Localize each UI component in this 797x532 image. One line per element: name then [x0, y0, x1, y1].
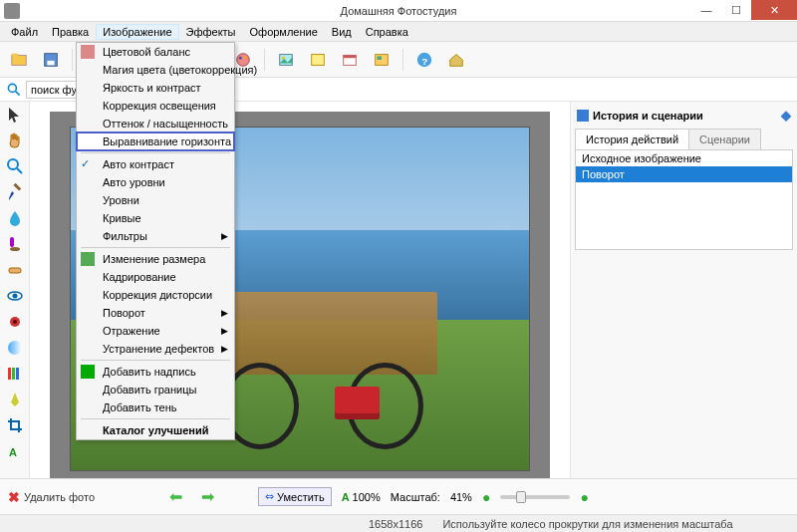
calendar-button[interactable] — [337, 47, 363, 73]
crop-tool[interactable] — [6, 416, 24, 434]
svg-rect-32 — [8, 368, 11, 380]
collage-button[interactable] — [369, 47, 395, 73]
svg-rect-16 — [378, 56, 383, 60]
menu-item[interactable]: Коррекция дисторсии — [77, 286, 234, 304]
history-item[interactable]: Исходное изображение — [576, 150, 792, 166]
menu-item[interactable]: Уровни — [77, 191, 234, 209]
svg-rect-12 — [312, 54, 325, 65]
menubar: ФайлПравкаИзображениеЭффектыОформлениеВи… — [0, 22, 797, 42]
svg-text:A: A — [9, 446, 17, 458]
sharpen-tool[interactable] — [6, 391, 24, 408]
hand-tool[interactable] — [6, 132, 24, 149]
svg-point-30 — [13, 320, 17, 324]
menu-item[interactable]: ✓Авто контраст — [77, 155, 234, 173]
gradient-tool[interactable] — [6, 365, 24, 383]
save-button[interactable] — [38, 47, 64, 73]
menu-item[interactable]: Каталог улучшений — [77, 421, 234, 439]
svg-point-19 — [8, 84, 16, 92]
collapse-icon[interactable]: ◆ — [781, 108, 791, 123]
menu-item[interactable]: Фильтры▶ — [77, 227, 234, 245]
panel-header: История и сценарии ◆ — [575, 106, 793, 129]
menu-item[interactable]: Коррекция освещения — [77, 97, 234, 115]
menu-файл[interactable]: Файл — [4, 24, 45, 40]
menu-item[interactable]: Добавить границы — [77, 381, 234, 399]
menu-item[interactable]: Добавить надпись — [77, 363, 234, 381]
tool-sidebar: A — [0, 102, 30, 496]
zoom-tool[interactable] — [6, 157, 24, 175]
menu-item[interactable]: Выравнивание горизонта — [77, 133, 234, 150]
history-item[interactable]: Поворот — [576, 166, 792, 182]
menu-item[interactable]: Добавить тень — [77, 399, 234, 416]
minimize-button[interactable]: — — [691, 0, 721, 20]
home-button[interactable] — [443, 47, 469, 73]
close-button[interactable]: ✕ — [751, 0, 797, 20]
menu-изображение[interactable]: Изображение — [96, 24, 178, 40]
menu-эффекты[interactable]: Эффекты — [179, 24, 243, 40]
menu-item[interactable]: Магия цвета (цветокоррекция) — [77, 61, 234, 79]
menu-item[interactable]: Цветовой баланс — [77, 43, 234, 61]
open-button[interactable] — [6, 47, 32, 73]
tab-scenarios[interactable]: Сценарии — [688, 129, 761, 149]
delete-photo-button[interactable]: ✖ Удалить фото — [8, 489, 95, 505]
next-button[interactable]: ➡ — [196, 486, 218, 508]
svg-point-21 — [8, 159, 18, 169]
menu-оформление[interactable]: Оформление — [243, 24, 325, 40]
panel-icon — [577, 110, 589, 122]
menu-item[interactable]: Отражение▶ — [77, 322, 234, 340]
help-button[interactable]: ? — [411, 47, 437, 73]
svg-rect-23 — [13, 183, 21, 191]
svg-text:?: ? — [421, 55, 427, 66]
eye-tool[interactable] — [6, 287, 24, 305]
levels-tool[interactable] — [6, 339, 24, 357]
frame-button[interactable] — [305, 47, 331, 73]
panel-title: История и сценарии — [593, 110, 703, 122]
menu-правка[interactable]: Правка — [45, 24, 96, 40]
svg-rect-26 — [9, 268, 21, 273]
svg-rect-24 — [10, 237, 14, 247]
maximize-button[interactable]: ☐ — [721, 0, 751, 20]
menu-item[interactable]: Изменение размера — [77, 250, 234, 268]
zoom-out-button[interactable]: ● — [482, 489, 490, 505]
svg-rect-3 — [47, 60, 54, 65]
image-button[interactable] — [273, 47, 299, 73]
menu-item[interactable]: Оттенок / насыщенность — [77, 115, 234, 133]
zoom-in-button[interactable]: ● — [580, 489, 588, 505]
zoom-slider[interactable] — [500, 495, 570, 499]
heal-tool[interactable] — [6, 261, 24, 279]
svg-rect-0 — [12, 55, 26, 65]
menu-item[interactable]: Поворот▶ — [77, 304, 234, 322]
clone-tool[interactable] — [6, 235, 24, 253]
svg-point-28 — [12, 294, 17, 299]
menu-справка[interactable]: Справка — [359, 24, 415, 40]
redeye-tool[interactable] — [6, 313, 24, 331]
prev-button[interactable]: ⬅ — [164, 486, 186, 508]
right-panel: История и сценарии ◆ История действий Сц… — [570, 102, 797, 496]
fit-button[interactable]: ⇔Уместить — [258, 487, 332, 506]
svg-point-25 — [10, 247, 20, 251]
menu-item[interactable]: Кривые — [77, 209, 234, 227]
svg-line-20 — [16, 91, 20, 95]
menu-item[interactable]: Устранение дефектов▶ — [77, 340, 234, 358]
svg-rect-14 — [344, 55, 357, 58]
tab-history[interactable]: История действий — [575, 129, 689, 149]
svg-line-22 — [17, 168, 22, 173]
zoom-100-button[interactable]: A100% — [342, 491, 381, 503]
text-tool[interactable]: A — [6, 442, 24, 460]
menu-item[interactable]: Авто уровни — [77, 173, 234, 191]
bottom-bar: ✖ Удалить фото ⬅ ➡ ⇔Уместить A100% Масшт… — [0, 478, 797, 514]
brush-tool[interactable] — [6, 183, 24, 201]
image-menu-dropdown: Цветовой балансМагия цвета (цветокоррекц… — [76, 42, 235, 440]
svg-point-9 — [243, 55, 246, 58]
drop-tool[interactable] — [6, 209, 24, 227]
titlebar: Домашняя Фотостудия — ☐ ✕ — [0, 0, 797, 22]
menu-вид[interactable]: Вид — [325, 24, 359, 40]
status-footer: 1658x1166 Используйте колесо прокрутки д… — [0, 514, 797, 532]
menu-item[interactable]: Яркость и контраст — [77, 79, 234, 97]
history-list[interactable]: Исходное изображениеПоворот — [575, 150, 793, 250]
scale-label: Масштаб: — [391, 491, 440, 503]
pointer-tool[interactable] — [6, 106, 24, 124]
window-buttons: — ☐ ✕ — [691, 0, 797, 20]
menu-item[interactable]: Кадрирование — [77, 268, 234, 286]
app-title: Домашняя Фотостудия — [341, 5, 457, 17]
search-icon — [6, 82, 22, 98]
